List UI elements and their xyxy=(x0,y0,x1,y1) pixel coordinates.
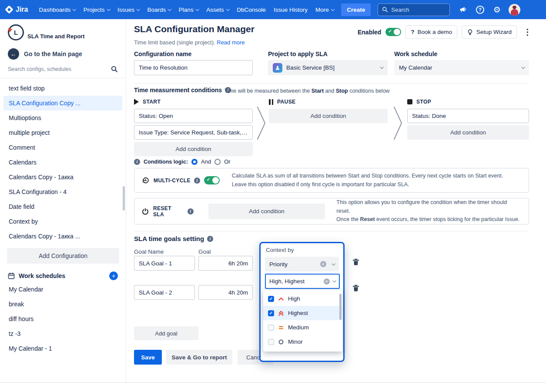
dropdown-option-high[interactable]: High xyxy=(263,291,342,306)
logic-and-radio[interactable] xyxy=(191,159,198,165)
setup-wizard-button[interactable]: Setup Wizard xyxy=(462,25,517,39)
nav-item-dashboards[interactable]: Dashboards xyxy=(35,4,79,16)
more-options-button[interactable] xyxy=(521,27,534,37)
app-name: SLA Time and Report xyxy=(27,33,84,40)
sidebar-config-item[interactable]: Context by xyxy=(0,214,126,229)
back-arrow-icon[interactable] xyxy=(8,48,19,60)
save-and-go-to-report-button[interactable]: Save & Go to report xyxy=(166,350,232,365)
nav-item-dbconsole[interactable]: DbConsole xyxy=(233,4,270,16)
context-by-column-header: Context by xyxy=(266,247,294,253)
dropdown-option-highest[interactable]: Highest xyxy=(263,306,342,320)
global-search-input[interactable] xyxy=(391,7,442,13)
info-icon[interactable] xyxy=(194,178,200,184)
goal-value-input[interactable] xyxy=(198,256,253,271)
sidebar-config-item-selected[interactable]: SLA Configuration Copy ... xyxy=(3,96,122,111)
book-a-demo-label: Book a demo xyxy=(417,29,452,35)
help-icon[interactable] xyxy=(475,4,485,15)
add-goal-button[interactable]: Add goal xyxy=(134,326,198,340)
add-configuration-button[interactable]: Add Configuration xyxy=(7,248,119,264)
info-icon[interactable] xyxy=(188,208,194,214)
enabled-toggle[interactable] xyxy=(385,28,401,36)
sidebar-config-item[interactable]: Date field xyxy=(0,199,126,214)
sidebar-config-item[interactable]: multiple project xyxy=(0,125,126,140)
goal-name-input[interactable] xyxy=(134,285,195,300)
add-schedule-button[interactable] xyxy=(109,271,118,280)
sidebar-schedule-item[interactable]: tz -3 xyxy=(0,326,126,341)
history-icon xyxy=(142,177,149,184)
info-icon[interactable] xyxy=(134,159,140,165)
dropdown-option-minor[interactable]: Minor xyxy=(263,335,342,349)
clear-icon[interactable] xyxy=(324,278,330,285)
pause-title: PAUSE xyxy=(277,99,295,105)
logic-or-radio[interactable] xyxy=(214,159,221,165)
stop-add-condition-button[interactable]: Add condition xyxy=(407,125,529,140)
nav-item-more[interactable]: More xyxy=(312,4,338,16)
sidebar-schedule-item[interactable]: break xyxy=(0,297,126,312)
option-label: Highest xyxy=(288,310,308,316)
dropdown-option-medium[interactable]: Medium xyxy=(263,320,342,335)
multi-cycle-toggle[interactable] xyxy=(204,176,220,184)
dropdown-scrollbar[interactable] xyxy=(339,294,342,320)
sidebar-config-item[interactable]: Comment xyxy=(0,140,126,155)
project-select[interactable]: Basic Service [BS] xyxy=(268,60,388,75)
sidebar-config-item[interactable]: Calendars xyxy=(0,155,126,170)
sidebar-config-item[interactable]: SLA Configuration - 4 xyxy=(0,184,126,199)
delete-goal-button[interactable] xyxy=(352,258,360,268)
start-condition-chip[interactable]: Status: Open xyxy=(134,109,253,123)
sidebar-schedule-item[interactable]: My Calendar xyxy=(0,282,126,297)
save-button[interactable]: Save xyxy=(134,350,162,365)
sidebar-config-item[interactable]: Multioptions xyxy=(0,111,126,125)
search-icon xyxy=(111,66,118,73)
multi-cycle-title: MULTI-CYCLE xyxy=(154,178,191,184)
sidebar-config-item[interactable]: Calendars Copy - 1акка xyxy=(0,170,126,184)
create-button[interactable]: Create xyxy=(341,3,371,16)
goal-value-input[interactable] xyxy=(198,285,253,300)
sidebar-scrollbar[interactable] xyxy=(123,186,125,211)
sidebar-config-item[interactable]: text field stop xyxy=(0,81,126,96)
chevron-down-icon xyxy=(107,7,110,11)
clear-icon[interactable] xyxy=(320,261,326,267)
hint-text: conditions below xyxy=(348,88,390,94)
nav-item-plans[interactable]: Plans xyxy=(175,4,202,16)
context-values-select[interactable]: High, Highest xyxy=(265,274,340,289)
context-field-select[interactable]: Priority xyxy=(265,257,339,271)
avatar[interactable] xyxy=(509,4,520,16)
sidebar-search-input[interactable] xyxy=(8,66,111,72)
nav-item-label: Issues xyxy=(117,7,134,13)
checkbox-checked-icon[interactable] xyxy=(268,296,274,302)
nav-item-projects[interactable]: Projects xyxy=(80,4,114,16)
read-more-link[interactable]: Read more xyxy=(217,39,245,46)
jira-logo[interactable]: Jira xyxy=(6,6,28,13)
sidebar-config-item[interactable]: Calendars Copy - 1акка ... xyxy=(0,229,126,244)
divider xyxy=(134,83,529,84)
back-to-main-page[interactable]: Go to the Main page xyxy=(8,48,118,60)
stop-condition-chip[interactable]: Status: Done xyxy=(407,109,529,123)
info-icon[interactable] xyxy=(207,236,213,242)
sla-app-logo-icon xyxy=(8,24,24,40)
book-a-demo-button[interactable]: Book a demo xyxy=(405,25,457,39)
start-condition-chip[interactable]: Issue Type: Service Request, Sub-task, T… xyxy=(134,125,253,140)
nav-item-issues[interactable]: Issues xyxy=(114,4,144,16)
goal-name-input[interactable] xyxy=(134,256,195,271)
sidebar-schedule-item[interactable]: diff hours xyxy=(0,312,126,326)
nav-item-assets[interactable]: Assets xyxy=(202,4,233,16)
delete-goal-button[interactable] xyxy=(352,284,360,294)
reset-add-condition-button[interactable]: Add condition xyxy=(208,204,325,219)
global-search[interactable] xyxy=(378,3,450,16)
gear-icon[interactable] xyxy=(492,4,502,15)
work-schedule-label: Work schedule xyxy=(394,50,437,57)
pause-add-condition-button[interactable]: Add condition xyxy=(269,109,388,123)
checkbox-unchecked-icon[interactable] xyxy=(268,339,274,345)
nav-item-boards[interactable]: Boards xyxy=(144,4,175,16)
announcements-icon[interactable] xyxy=(458,4,468,15)
nav-item-issue-history[interactable]: Issue History xyxy=(270,4,312,16)
checkbox-unchecked-icon[interactable] xyxy=(268,325,274,331)
checkbox-checked-icon[interactable] xyxy=(268,310,274,316)
nav-item-label: Plans xyxy=(179,7,194,13)
sidebar-schedule-item[interactable]: My Calendar - 1 xyxy=(0,341,126,356)
config-name-input[interactable] xyxy=(134,60,253,75)
start-add-condition-button[interactable]: Add condition xyxy=(134,142,253,156)
goal-name-column-header: Goal Name xyxy=(134,248,164,255)
sidebar-search[interactable] xyxy=(8,66,118,78)
work-schedule-select[interactable]: My Calendar xyxy=(394,60,529,75)
